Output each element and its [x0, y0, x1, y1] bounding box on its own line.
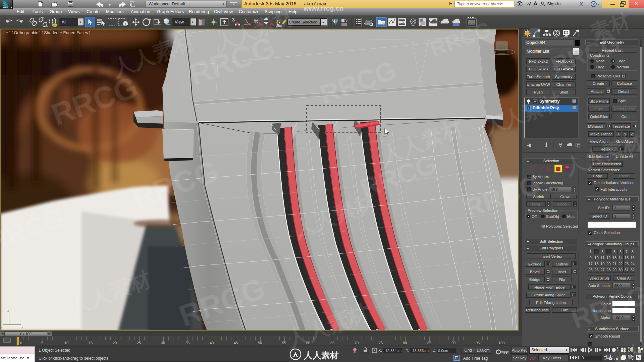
svg-text:?: ?	[593, 2, 595, 6]
svg-text:·: ·	[575, 2, 577, 6]
svg-text:Sign In: Sign In	[547, 1, 560, 6]
svg-text:▾: ▾	[598, 3, 599, 6]
svg-text:[ + ] [ Orthographic ] [ Shade: [ + ] [ Orthographic ] [ Shaded + Edged …	[3, 31, 90, 35]
svg-text:Create Selection Se: Create Selection Se	[289, 20, 323, 24]
svg-text:x: x	[21, 325, 23, 329]
svg-text:X: X	[579, 1, 583, 7]
svg-text:z: z	[7, 308, 9, 312]
svg-text:y: y	[1, 325, 2, 329]
svg-text:0: 0	[582, 356, 584, 360]
svg-text:ABC: ABC	[276, 24, 282, 27]
svg-text:▾: ▾	[322, 21, 324, 24]
svg-text:{}: {}	[276, 19, 280, 25]
svg-text:View: View	[175, 20, 184, 24]
svg-text:All: All	[62, 20, 66, 24]
svg-text:▾: ▾	[79, 20, 81, 24]
svg-text:↔: ↔	[53, 24, 55, 26]
svg-text:%: %	[254, 18, 258, 24]
svg-text:▾: ▾	[192, 20, 194, 24]
svg-text:MAX: MAX	[3, 6, 9, 9]
svg-text:3: 3	[232, 17, 235, 22]
